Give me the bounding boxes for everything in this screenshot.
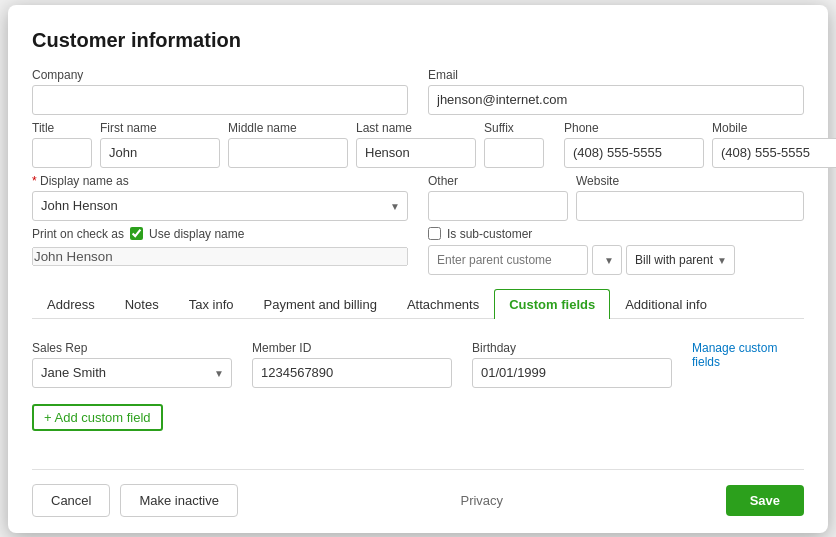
title-field-group: Title [32,121,92,168]
print-on-check-input[interactable] [32,247,408,266]
website-label: Website [576,174,804,188]
tab-notes[interactable]: Notes [110,289,174,319]
lastname-field-group: Last name [356,121,476,168]
firstname-label: First name [100,121,220,135]
displayname-field-group: Display name as John Henson ▼ [32,174,408,221]
website-input[interactable] [576,191,804,221]
email-label: Email [428,68,804,82]
mobile-input[interactable] [712,138,836,168]
displayname-label: Display name as [32,174,408,188]
tab-tax-info[interactable]: Tax info [174,289,249,319]
tab-custom-fields[interactable]: Custom fields [494,289,610,319]
use-display-name-label: Use display name [149,227,244,241]
add-custom-field-button[interactable]: + Add custom field [32,404,163,431]
sub-customer-checkbox[interactable] [428,227,441,240]
birthday-label: Birthday [472,341,672,355]
tab-additional-info[interactable]: Additional info [610,289,722,319]
suffix-label: Suffix [484,121,544,135]
modal-footer: Cancel Make inactive Privacy Save [32,469,804,517]
sales-rep-field-group: Sales Rep Jane Smith ▼ [32,341,232,388]
middlename-field-group: Middle name [228,121,348,168]
tabs-row: Address Notes Tax info Payment and billi… [32,289,804,319]
phone-field-group: Phone [564,121,704,168]
title-input[interactable] [32,138,92,168]
tab-address[interactable]: Address [32,289,110,319]
other-input[interactable] [428,191,568,221]
customer-information-modal: Customer information Company Email Title… [8,5,828,533]
member-id-field-group: Member ID [252,341,452,388]
tab-payment-billing[interactable]: Payment and billing [248,289,391,319]
birthday-field-group: Birthday [472,341,672,388]
member-id-label: Member ID [252,341,452,355]
sales-rep-select[interactable]: Jane Smith [32,358,232,388]
company-input[interactable] [32,85,408,115]
birthday-input[interactable] [472,358,672,388]
company-field-group: Company [32,68,408,115]
company-label: Company [32,68,408,82]
suffix-field-group: Suffix [484,121,544,168]
mobile-field-group: Mobile [712,121,836,168]
phone-label: Phone [564,121,704,135]
middlename-label: Middle name [228,121,348,135]
parent-customer-input[interactable] [428,245,588,275]
print-on-check-label: Print on check as [32,227,124,241]
lastname-input[interactable] [356,138,476,168]
firstname-input[interactable] [100,138,220,168]
sub-customer-label: Is sub-customer [447,227,532,241]
sales-rep-label: Sales Rep [32,341,232,355]
mobile-label: Mobile [712,121,836,135]
phone-input[interactable] [564,138,704,168]
title-label: Title [32,121,92,135]
website-field-group: Website [576,174,804,221]
member-id-input[interactable] [252,358,452,388]
sub-customer-section: Is sub-customer ▼ Bill with parent ▼ [428,227,804,275]
firstname-field-group: First name [100,121,220,168]
lastname-label: Last name [356,121,476,135]
cancel-button[interactable]: Cancel [32,484,110,517]
make-inactive-button[interactable]: Make inactive [120,484,237,517]
print-on-check-section: Print on check as Use display name [32,227,408,275]
parent-customer-select[interactable] [592,245,622,275]
save-button[interactable]: Save [726,485,804,516]
bill-with-parent-select[interactable]: Bill with parent [626,245,735,275]
email-field-group: Email [428,68,804,115]
email-input[interactable] [428,85,804,115]
suffix-input[interactable] [484,138,544,168]
privacy-link[interactable]: Privacy [248,493,716,508]
tab-attachments[interactable]: Attachments [392,289,494,319]
use-display-name-checkbox[interactable] [130,227,143,240]
other-label: Other [428,174,568,188]
displayname-select[interactable]: John Henson [32,191,408,221]
manage-custom-fields-link[interactable]: Manage custom fields [692,341,804,369]
custom-fields-panel: Sales Rep Jane Smith ▼ Member ID Birthda… [32,333,804,453]
modal-title: Customer information [32,29,804,52]
other-field-group: Other [428,174,568,221]
middlename-input[interactable] [228,138,348,168]
